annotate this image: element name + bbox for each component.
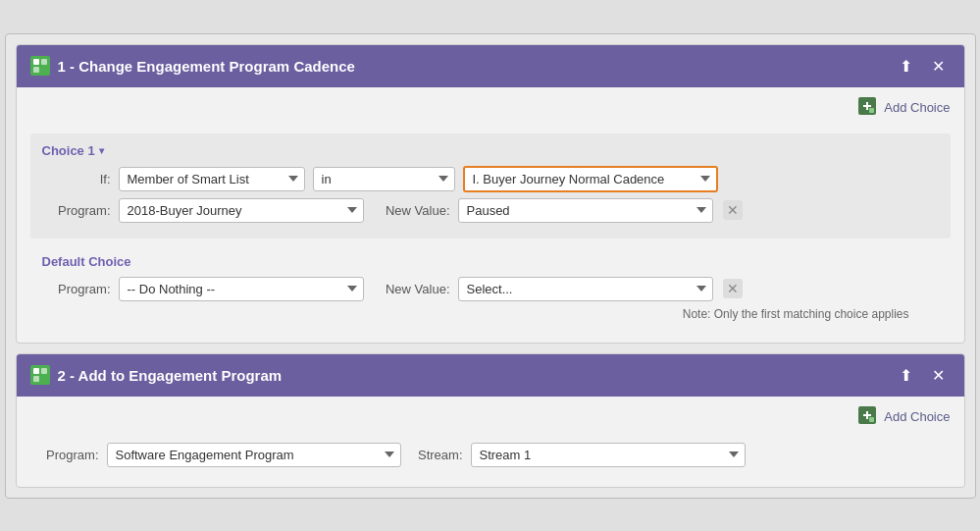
program-select[interactable]: 2018-Buyer Journey (119, 198, 364, 223)
card2-title-group: 2 - Add to Engagement Program (30, 365, 283, 385)
card1-title: 1 - Change Engagement Program Cadence (58, 58, 355, 75)
card1-header-actions: ⬆ ✕ (894, 55, 951, 78)
choice1-arrow: ▾ (99, 145, 104, 156)
card2-header: 2 - Add to Engagement Program ⬆ ✕ (17, 354, 964, 397)
default-program-label: Program: (42, 282, 111, 296)
in-select[interactable]: in (313, 167, 455, 191)
card2-program-label: Program: (30, 448, 99, 462)
new-value-select[interactable]: Paused (458, 198, 713, 223)
svg-rect-0 (33, 59, 39, 65)
svg-rect-9 (41, 368, 47, 374)
card2-program-select[interactable]: Software Engagement Program (107, 443, 401, 467)
card2-icon (30, 365, 50, 385)
card2-stream-select[interactable]: Stream 1 (471, 443, 746, 467)
default-new-value-label: New Value: (372, 282, 450, 296)
card2-title: 2 - Add to Engagement Program (58, 367, 283, 384)
card-change-engagement: 1 - Change Engagement Program Cadence ⬆ … (16, 44, 965, 344)
card1-close-button[interactable]: ✕ (926, 55, 951, 78)
smart-list-select[interactable]: I. Buyer Journey Normal Cadence (463, 166, 718, 192)
card2-body: Add Choice Program: Software Engagement … (17, 397, 964, 487)
choice1-label: Choice 1 ▾ (42, 143, 939, 158)
default-delete-icon: ✕ (723, 279, 743, 298)
card1-add-choice-button[interactable]: Add Choice (858, 97, 950, 118)
delete-icon: ✕ (723, 200, 743, 220)
note-text: Note: Only the first matching choice app… (42, 307, 939, 321)
card1-up-button[interactable]: ⬆ (894, 55, 918, 78)
add-choice-icon (858, 97, 876, 118)
default-program-row: Program: -- Do Nothing -- New Value: Sel… (42, 277, 939, 301)
card1-body: Add Choice Choice 1 ▾ If: Member of Smar… (17, 87, 964, 343)
choice1-program-row: Program: 2018-Buyer Journey New Value: P… (42, 198, 939, 223)
svg-rect-10 (33, 376, 39, 382)
card2-up-button[interactable]: ⬆ (894, 364, 918, 387)
card2-form-row: Program: Software Engagement Program Str… (30, 443, 951, 467)
card2-add-choice-label: Add Choice (884, 409, 950, 424)
if-label: If: (42, 172, 111, 186)
card2-add-choice-button[interactable]: Add Choice (858, 406, 950, 427)
main-container: 1 - Change Engagement Program Cadence ⬆ … (5, 33, 976, 499)
card2-close-button[interactable]: ✕ (926, 364, 951, 387)
svg-rect-1 (41, 59, 47, 65)
card2-add-choice-icon (858, 406, 876, 427)
choice1-delete-button[interactable]: ✕ (721, 198, 745, 222)
card1-add-choice-label: Add Choice (884, 100, 950, 115)
default-program-select[interactable]: -- Do Nothing -- (119, 277, 364, 301)
svg-rect-14 (866, 411, 868, 419)
choice1-section: Choice 1 ▾ If: Member of Smart List in I… (30, 133, 951, 239)
svg-rect-6 (866, 102, 868, 110)
program-label: Program: (42, 203, 111, 218)
card1-icon (30, 56, 50, 76)
card2-header-actions: ⬆ ✕ (894, 364, 951, 387)
svg-rect-7 (869, 108, 874, 113)
card2-stream-label: Stream: (409, 448, 463, 462)
svg-rect-2 (33, 67, 39, 73)
svg-rect-15 (869, 417, 874, 422)
default-delete-button[interactable]: ✕ (721, 277, 745, 300)
condition-select[interactable]: Member of Smart List (119, 167, 305, 191)
choice1-if-row: If: Member of Smart List in I. Buyer Jou… (42, 166, 939, 192)
card1-header: 1 - Change Engagement Program Cadence ⬆ … (17, 45, 964, 87)
card-add-engagement: 2 - Add to Engagement Program ⬆ ✕ (16, 353, 965, 488)
svg-rect-3 (41, 67, 47, 73)
svg-rect-11 (41, 376, 47, 382)
svg-rect-8 (33, 368, 39, 374)
card1-title-group: 1 - Change Engagement Program Cadence (30, 56, 355, 76)
default-choice-label: Default Choice (42, 254, 939, 269)
default-new-value-select[interactable]: Select... (458, 277, 713, 301)
default-choice-section: Default Choice Program: -- Do Nothing --… (30, 246, 951, 329)
new-value-label: New Value: (372, 203, 450, 218)
